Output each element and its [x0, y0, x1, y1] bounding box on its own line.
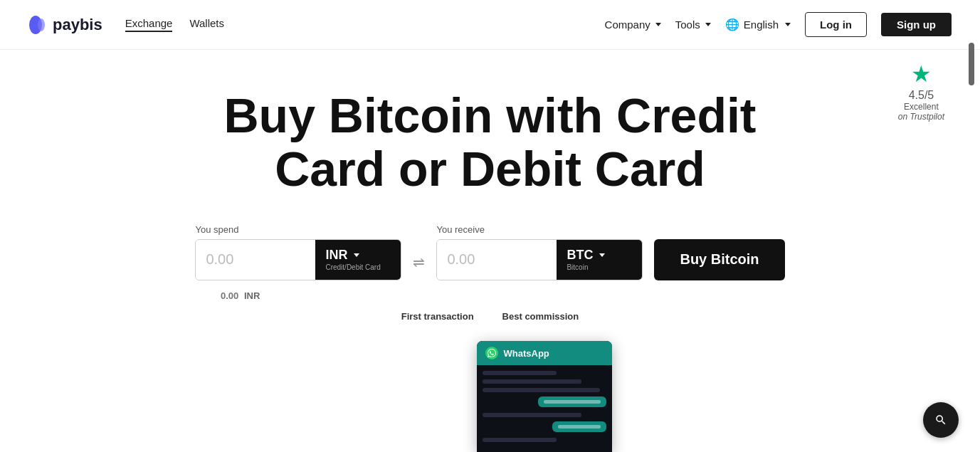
logo-text: paybis	[53, 16, 102, 34]
wa-line-4	[483, 413, 581, 417]
company-chevron-icon	[655, 23, 661, 26]
company-label: Company	[605, 19, 650, 31]
navbar-left: paybis Exchange Wallets	[28, 15, 224, 35]
receive-currency-chevron-icon	[599, 253, 605, 257]
svg-point-1	[38, 19, 45, 31]
globe-icon: 🌐	[725, 18, 739, 31]
trustpilot-star-icon: ★	[911, 61, 932, 88]
wa-bubble-text-2	[558, 425, 601, 429]
trustpilot-score: 4.5/5	[909, 89, 934, 102]
form-note: 0.00 INR	[221, 290, 260, 301]
receive-group: You receive BTC Bitcoin	[436, 224, 643, 280]
note-currency: INR	[244, 290, 260, 301]
scrollbar[interactable]	[969, 36, 974, 420]
wa-line-3	[483, 388, 600, 392]
receive-currency-selector[interactable]: BTC Bitcoin	[557, 240, 642, 280]
spend-currency-chevron-icon	[354, 253, 359, 257]
trustpilot-badge: ★ 4.5/5 Excellent on Trustpilot	[898, 61, 944, 122]
form-note-container: 0.00 INR	[0, 286, 980, 301]
trustpilot-platform: on Trustpilot	[898, 112, 944, 122]
wa-line-5	[483, 438, 557, 442]
feature-first-transaction: First transaction	[401, 311, 474, 322]
spend-input-container: INR Credit/Debit Card	[195, 239, 401, 280]
spend-input[interactable]	[196, 240, 315, 280]
spend-group: You spend INR Credit/Debit Card	[195, 224, 401, 280]
swap-icon: ⇌	[413, 253, 425, 280]
hero-title-line1: Buy Bitcoin with Credit	[224, 88, 757, 142]
navbar-right: Company Tools 🌐 English Log in Sign up	[605, 12, 952, 37]
circle-button-icon	[934, 414, 947, 426]
receive-input[interactable]	[437, 240, 557, 280]
note-value: 0.00	[221, 290, 238, 301]
logo[interactable]: paybis	[28, 15, 102, 35]
feature-best-commission: Best commission	[502, 311, 579, 322]
hero-section: Buy Bitcoin with Credit Card or Debit Ca…	[0, 50, 980, 322]
buy-bitcoin-button[interactable]: Buy Bitcoin	[654, 239, 784, 280]
logo-icon	[28, 15, 48, 35]
signup-button[interactable]: Sign up	[881, 13, 952, 36]
login-button[interactable]: Log in	[805, 12, 867, 37]
whatsapp-body	[477, 365, 612, 452]
navbar: paybis Exchange Wallets Company Tools 🌐 …	[0, 0, 980, 50]
nav-link-wallets[interactable]: Wallets	[189, 17, 224, 32]
spend-label: You spend	[195, 224, 401, 235]
language-chevron-icon	[785, 23, 791, 26]
spend-code-text: INR	[325, 248, 347, 263]
wa-bubble-1	[538, 396, 606, 407]
tools-chevron-icon	[705, 23, 711, 26]
nav-link-exchange[interactable]: Exchange	[125, 17, 173, 32]
receive-label: You receive	[436, 224, 643, 235]
nav-links: Exchange Wallets	[125, 17, 224, 32]
language-selector[interactable]: 🌐 English	[725, 18, 791, 31]
whatsapp-header: WhatsApp	[477, 341, 612, 365]
spend-currency-code: INR	[325, 248, 359, 263]
whatsapp-popup[interactable]: WhatsApp	[477, 341, 612, 452]
whatsapp-title: WhatsApp	[504, 348, 549, 359]
receive-currency-code: BTC	[567, 248, 605, 263]
dark-circle-button[interactable]	[923, 402, 959, 438]
exchange-form: You spend INR Credit/Debit Card ⇌ You re…	[195, 224, 784, 280]
wa-bubble-2	[552, 421, 606, 432]
wa-line-2	[483, 379, 581, 384]
company-dropdown[interactable]: Company	[605, 19, 661, 31]
spend-currency-selector[interactable]: INR Credit/Debit Card	[315, 240, 401, 280]
tools-label: Tools	[675, 19, 700, 31]
spend-currency-name: Credit/Debit Card	[325, 263, 380, 271]
whatsapp-logo-icon	[485, 347, 498, 359]
receive-currency-name: Bitcoin	[567, 263, 588, 271]
trustpilot-label: Excellent	[904, 102, 939, 112]
language-label: English	[744, 19, 779, 31]
receive-code-text: BTC	[567, 248, 593, 263]
wa-bubble-text-1	[544, 400, 601, 404]
hero-title-line2: Card or Debit Card	[275, 142, 705, 196]
features-list: First transaction Best commission	[401, 311, 579, 322]
receive-input-container: BTC Bitcoin	[436, 239, 643, 280]
wa-line-1	[483, 371, 557, 375]
scrollbar-thumb[interactable]	[969, 43, 974, 85]
hero-title: Buy Bitcoin with Credit Card or Debit Ca…	[224, 89, 757, 196]
tools-dropdown[interactable]: Tools	[675, 19, 711, 31]
